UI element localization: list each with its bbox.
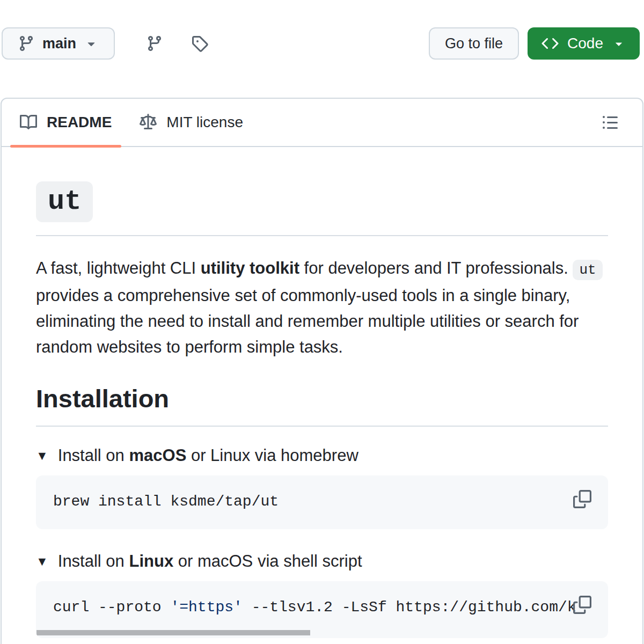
- intro-text: A fast, lightweight CLI: [36, 259, 201, 277]
- code-text: brew install ksdme/tap/ut: [53, 493, 279, 510]
- installation-heading: Installation: [36, 384, 608, 427]
- horizontal-scrollbar-thumb[interactable]: [36, 630, 310, 635]
- code-icon: [541, 35, 559, 52]
- code-button-label: Code: [567, 35, 603, 52]
- readme-title: ut: [36, 181, 608, 236]
- readme-content: ut A fast, lightweight CLI utility toolk…: [2, 147, 642, 638]
- triangle-down-icon: [84, 36, 99, 51]
- summary-text: Install on: [58, 552, 129, 570]
- intro-paragraph: A fast, lightweight CLI utility toolkit …: [36, 255, 608, 360]
- details-homebrew: ▼ Install on macOS or Linux via homebrew…: [36, 443, 608, 529]
- summary-text: or macOS via shell script: [173, 552, 362, 570]
- git-branch-icon: [146, 35, 163, 52]
- summary-bold: macOS: [129, 446, 186, 465]
- readme-panel: README MIT license ut A fast, lightweigh…: [1, 98, 643, 644]
- book-icon: [20, 114, 37, 131]
- code-button[interactable]: Code: [528, 27, 640, 60]
- outline-button[interactable]: [595, 107, 625, 137]
- branch-name-label: main: [42, 35, 76, 52]
- go-to-file-button[interactable]: Go to file: [429, 27, 519, 60]
- summary-text: or Linux via homebrew: [186, 446, 358, 465]
- copy-button[interactable]: [573, 489, 592, 509]
- details-shell-script-summary[interactable]: ▼ Install on Linux or macOS via shell sc…: [36, 548, 608, 574]
- tab-mit-license[interactable]: MIT license: [130, 98, 253, 147]
- repo-toolbar: main Go to file Code: [2, 27, 640, 60]
- code-string-token: '=https': [170, 599, 242, 616]
- readme-tabbar: README MIT license: [2, 99, 642, 147]
- intro-bold: utility toolkit: [201, 259, 299, 277]
- law-icon: [140, 114, 157, 131]
- git-branch-icon: [18, 35, 35, 52]
- details-shell-script: ▼ Install on Linux or macOS via shell sc…: [36, 548, 608, 638]
- triangle-down-icon: ▼: [36, 443, 48, 469]
- intro-text: for developers and IT professionals.: [299, 259, 573, 277]
- tags-link[interactable]: [185, 28, 215, 58]
- intro-inline-code: ut: [573, 260, 602, 280]
- readme-title-code: ut: [36, 181, 93, 222]
- go-to-file-label: Go to file: [445, 35, 503, 52]
- summary-bold: Linux: [129, 552, 173, 570]
- tab-readme[interactable]: README: [10, 98, 121, 147]
- triangle-down-icon: [612, 36, 626, 50]
- branches-link[interactable]: [140, 28, 170, 58]
- tab-readme-label: README: [47, 114, 112, 131]
- intro-text: provides a comprehensive set of commonly…: [36, 286, 579, 356]
- tag-icon: [191, 35, 208, 52]
- code-block-homebrew: brew install ksdme/tap/ut: [36, 475, 608, 529]
- tab-mit-license-label: MIT license: [166, 114, 243, 131]
- triangle-down-icon: ▼: [36, 548, 48, 574]
- code-block-shell: curl --proto '=https' --tlsv1.2 -LsSf ht…: [36, 581, 608, 638]
- code-text: curl --proto: [53, 599, 170, 616]
- summary-text: Install on: [58, 446, 129, 465]
- branch-selector-button[interactable]: main: [2, 27, 115, 60]
- details-homebrew-summary[interactable]: ▼ Install on macOS or Linux via homebrew: [36, 443, 608, 469]
- copy-button[interactable]: [573, 595, 592, 614]
- list-unordered-icon: [602, 114, 619, 131]
- code-text: --tlsv1.2 -LsSf https://github.com/k: [243, 599, 576, 616]
